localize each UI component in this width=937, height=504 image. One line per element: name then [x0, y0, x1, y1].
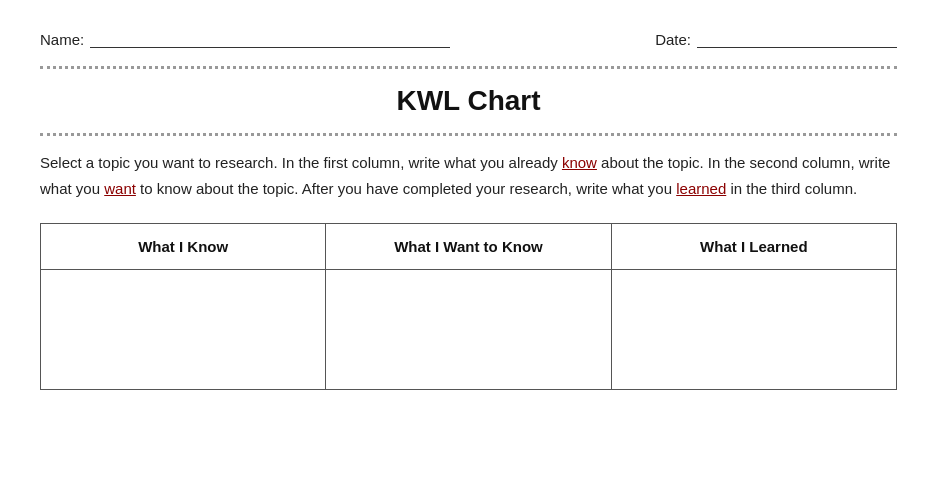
instructions-part3: to know about the topic. After you have … [136, 180, 676, 197]
date-line [697, 30, 897, 48]
know-cell[interactable] [41, 270, 326, 390]
date-field: Date: [655, 30, 897, 48]
col3-header: What I Learned [611, 224, 896, 270]
top-divider [40, 66, 897, 69]
learned-link: learned [676, 180, 726, 197]
kwl-table: What I Know What I Want to Know What I L… [40, 223, 897, 390]
know-link: know [562, 154, 597, 171]
instructions-part4: in the third column. [726, 180, 857, 197]
learned-cell[interactable] [611, 270, 896, 390]
want-link: want [104, 180, 136, 197]
col2-header: What I Want to Know [326, 224, 611, 270]
want-to-know-cell[interactable] [326, 270, 611, 390]
col1-header: What I Know [41, 224, 326, 270]
name-field: Name: [40, 30, 450, 48]
name-line [90, 30, 450, 48]
bottom-divider [40, 133, 897, 136]
chart-title: KWL Chart [40, 77, 897, 125]
instructions-part1: Select a topic you want to research. In … [40, 154, 562, 171]
header-row: Name: Date: [40, 30, 897, 48]
table-row [41, 270, 897, 390]
date-label: Date: [655, 31, 691, 48]
instructions: Select a topic you want to research. In … [40, 150, 897, 201]
table-header-row: What I Know What I Want to Know What I L… [41, 224, 897, 270]
name-label: Name: [40, 31, 84, 48]
